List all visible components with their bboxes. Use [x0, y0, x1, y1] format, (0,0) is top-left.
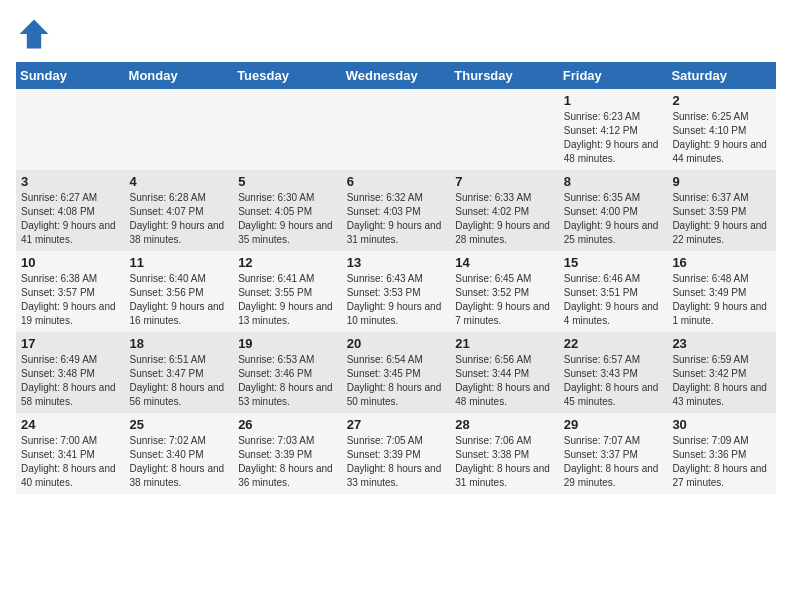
calendar-cell	[16, 89, 125, 170]
calendar-cell: 1Sunrise: 6:23 AM Sunset: 4:12 PM Daylig…	[559, 89, 668, 170]
header-friday: Friday	[559, 62, 668, 89]
calendar-cell: 10Sunrise: 6:38 AM Sunset: 3:57 PM Dayli…	[16, 251, 125, 332]
day-number: 7	[455, 174, 554, 189]
day-info: Sunrise: 7:07 AM Sunset: 3:37 PM Dayligh…	[564, 434, 663, 490]
day-info: Sunrise: 7:02 AM Sunset: 3:40 PM Dayligh…	[130, 434, 229, 490]
calendar-cell: 6Sunrise: 6:32 AM Sunset: 4:03 PM Daylig…	[342, 170, 451, 251]
day-info: Sunrise: 6:25 AM Sunset: 4:10 PM Dayligh…	[672, 110, 771, 166]
day-info: Sunrise: 6:49 AM Sunset: 3:48 PM Dayligh…	[21, 353, 120, 409]
day-number: 4	[130, 174, 229, 189]
header-monday: Monday	[125, 62, 234, 89]
day-number: 20	[347, 336, 446, 351]
calendar-cell: 23Sunrise: 6:59 AM Sunset: 3:42 PM Dayli…	[667, 332, 776, 413]
day-number: 25	[130, 417, 229, 432]
day-number: 11	[130, 255, 229, 270]
header-wednesday: Wednesday	[342, 62, 451, 89]
calendar-cell: 9Sunrise: 6:37 AM Sunset: 3:59 PM Daylig…	[667, 170, 776, 251]
week-row-5: 24Sunrise: 7:00 AM Sunset: 3:41 PM Dayli…	[16, 413, 776, 494]
calendar-cell: 7Sunrise: 6:33 AM Sunset: 4:02 PM Daylig…	[450, 170, 559, 251]
calendar-cell: 26Sunrise: 7:03 AM Sunset: 3:39 PM Dayli…	[233, 413, 342, 494]
calendar-cell: 11Sunrise: 6:40 AM Sunset: 3:56 PM Dayli…	[125, 251, 234, 332]
calendar-cell: 22Sunrise: 6:57 AM Sunset: 3:43 PM Dayli…	[559, 332, 668, 413]
day-info: Sunrise: 7:06 AM Sunset: 3:38 PM Dayligh…	[455, 434, 554, 490]
calendar-cell: 12Sunrise: 6:41 AM Sunset: 3:55 PM Dayli…	[233, 251, 342, 332]
day-info: Sunrise: 6:48 AM Sunset: 3:49 PM Dayligh…	[672, 272, 771, 328]
calendar-header: SundayMondayTuesdayWednesdayThursdayFrid…	[16, 62, 776, 89]
day-number: 12	[238, 255, 337, 270]
calendar-cell: 21Sunrise: 6:56 AM Sunset: 3:44 PM Dayli…	[450, 332, 559, 413]
day-number: 13	[347, 255, 446, 270]
calendar-cell: 8Sunrise: 6:35 AM Sunset: 4:00 PM Daylig…	[559, 170, 668, 251]
week-row-4: 17Sunrise: 6:49 AM Sunset: 3:48 PM Dayli…	[16, 332, 776, 413]
day-number: 18	[130, 336, 229, 351]
day-number: 8	[564, 174, 663, 189]
day-info: Sunrise: 6:46 AM Sunset: 3:51 PM Dayligh…	[564, 272, 663, 328]
calendar-cell: 20Sunrise: 6:54 AM Sunset: 3:45 PM Dayli…	[342, 332, 451, 413]
calendar-cell: 30Sunrise: 7:09 AM Sunset: 3:36 PM Dayli…	[667, 413, 776, 494]
week-row-2: 3Sunrise: 6:27 AM Sunset: 4:08 PM Daylig…	[16, 170, 776, 251]
day-number: 21	[455, 336, 554, 351]
calendar-cell: 4Sunrise: 6:28 AM Sunset: 4:07 PM Daylig…	[125, 170, 234, 251]
header-tuesday: Tuesday	[233, 62, 342, 89]
calendar-cell	[233, 89, 342, 170]
day-number: 19	[238, 336, 337, 351]
day-number: 15	[564, 255, 663, 270]
day-number: 27	[347, 417, 446, 432]
calendar-cell: 18Sunrise: 6:51 AM Sunset: 3:47 PM Dayli…	[125, 332, 234, 413]
day-info: Sunrise: 6:53 AM Sunset: 3:46 PM Dayligh…	[238, 353, 337, 409]
day-number: 9	[672, 174, 771, 189]
day-info: Sunrise: 7:05 AM Sunset: 3:39 PM Dayligh…	[347, 434, 446, 490]
svg-marker-0	[20, 20, 49, 49]
day-info: Sunrise: 6:23 AM Sunset: 4:12 PM Dayligh…	[564, 110, 663, 166]
day-number: 24	[21, 417, 120, 432]
day-number: 26	[238, 417, 337, 432]
calendar-cell: 13Sunrise: 6:43 AM Sunset: 3:53 PM Dayli…	[342, 251, 451, 332]
day-info: Sunrise: 6:56 AM Sunset: 3:44 PM Dayligh…	[455, 353, 554, 409]
calendar-cell: 19Sunrise: 6:53 AM Sunset: 3:46 PM Dayli…	[233, 332, 342, 413]
calendar-cell: 25Sunrise: 7:02 AM Sunset: 3:40 PM Dayli…	[125, 413, 234, 494]
calendar-body: 1Sunrise: 6:23 AM Sunset: 4:12 PM Daylig…	[16, 89, 776, 494]
day-info: Sunrise: 6:37 AM Sunset: 3:59 PM Dayligh…	[672, 191, 771, 247]
day-number: 29	[564, 417, 663, 432]
day-info: Sunrise: 6:32 AM Sunset: 4:03 PM Dayligh…	[347, 191, 446, 247]
header-saturday: Saturday	[667, 62, 776, 89]
day-info: Sunrise: 6:40 AM Sunset: 3:56 PM Dayligh…	[130, 272, 229, 328]
day-number: 30	[672, 417, 771, 432]
calendar-cell: 15Sunrise: 6:46 AM Sunset: 3:51 PM Dayli…	[559, 251, 668, 332]
day-info: Sunrise: 7:00 AM Sunset: 3:41 PM Dayligh…	[21, 434, 120, 490]
calendar-cell: 17Sunrise: 6:49 AM Sunset: 3:48 PM Dayli…	[16, 332, 125, 413]
day-info: Sunrise: 6:27 AM Sunset: 4:08 PM Dayligh…	[21, 191, 120, 247]
calendar-cell	[342, 89, 451, 170]
day-number: 14	[455, 255, 554, 270]
day-number: 3	[21, 174, 120, 189]
day-number: 10	[21, 255, 120, 270]
day-number: 23	[672, 336, 771, 351]
calendar-cell: 29Sunrise: 7:07 AM Sunset: 3:37 PM Dayli…	[559, 413, 668, 494]
day-info: Sunrise: 7:03 AM Sunset: 3:39 PM Dayligh…	[238, 434, 337, 490]
calendar-table: SundayMondayTuesdayWednesdayThursdayFrid…	[16, 62, 776, 494]
week-row-3: 10Sunrise: 6:38 AM Sunset: 3:57 PM Dayli…	[16, 251, 776, 332]
day-info: Sunrise: 7:09 AM Sunset: 3:36 PM Dayligh…	[672, 434, 771, 490]
day-info: Sunrise: 6:59 AM Sunset: 3:42 PM Dayligh…	[672, 353, 771, 409]
day-info: Sunrise: 6:54 AM Sunset: 3:45 PM Dayligh…	[347, 353, 446, 409]
calendar-cell: 2Sunrise: 6:25 AM Sunset: 4:10 PM Daylig…	[667, 89, 776, 170]
day-info: Sunrise: 6:35 AM Sunset: 4:00 PM Dayligh…	[564, 191, 663, 247]
day-info: Sunrise: 6:30 AM Sunset: 4:05 PM Dayligh…	[238, 191, 337, 247]
header-thursday: Thursday	[450, 62, 559, 89]
day-number: 16	[672, 255, 771, 270]
day-info: Sunrise: 6:51 AM Sunset: 3:47 PM Dayligh…	[130, 353, 229, 409]
day-info: Sunrise: 6:28 AM Sunset: 4:07 PM Dayligh…	[130, 191, 229, 247]
day-info: Sunrise: 6:45 AM Sunset: 3:52 PM Dayligh…	[455, 272, 554, 328]
day-number: 1	[564, 93, 663, 108]
day-number: 5	[238, 174, 337, 189]
logo	[16, 16, 56, 52]
calendar-cell: 24Sunrise: 7:00 AM Sunset: 3:41 PM Dayli…	[16, 413, 125, 494]
logo-icon	[16, 16, 52, 52]
day-info: Sunrise: 6:57 AM Sunset: 3:43 PM Dayligh…	[564, 353, 663, 409]
calendar-cell: 14Sunrise: 6:45 AM Sunset: 3:52 PM Dayli…	[450, 251, 559, 332]
calendar-cell: 3Sunrise: 6:27 AM Sunset: 4:08 PM Daylig…	[16, 170, 125, 251]
calendar-cell: 5Sunrise: 6:30 AM Sunset: 4:05 PM Daylig…	[233, 170, 342, 251]
day-info: Sunrise: 6:33 AM Sunset: 4:02 PM Dayligh…	[455, 191, 554, 247]
day-info: Sunrise: 6:41 AM Sunset: 3:55 PM Dayligh…	[238, 272, 337, 328]
day-info: Sunrise: 6:43 AM Sunset: 3:53 PM Dayligh…	[347, 272, 446, 328]
